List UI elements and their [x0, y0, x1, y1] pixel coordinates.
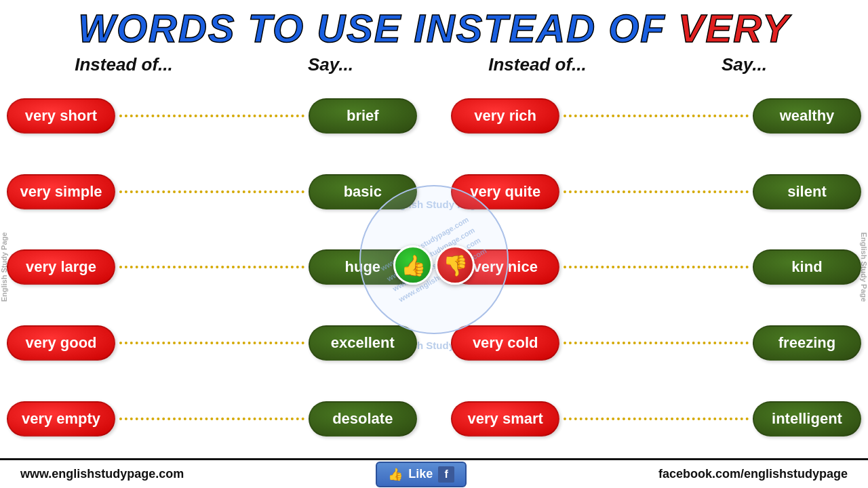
- right-row-3: very cold freezing: [451, 325, 861, 361]
- right-row-4: very smart intelligent: [451, 401, 861, 436]
- headers-row: Instead of... Say... Instead of... Say..…: [0, 53, 868, 77]
- right-instead-3: very cold: [451, 325, 559, 361]
- right-say-3: freezing: [753, 325, 861, 361]
- dotted-line-right-1: [564, 190, 749, 193]
- title-bar: WORDS TO USE INSTEAD OF VERY: [0, 0, 868, 53]
- left-row-4: very empty desolate: [7, 401, 417, 436]
- left-panel: very short brief very simple basic very …: [7, 77, 417, 458]
- left-say-4: desolate: [309, 401, 417, 436]
- right-row-0: very rich wealthy: [451, 98, 861, 134]
- left-say-0: brief: [309, 98, 417, 134]
- header-instead-of-2: Instead of...: [434, 54, 641, 75]
- header-say-1: Say...: [227, 54, 434, 75]
- dotted-line-right-4: [564, 418, 749, 420]
- right-say-0: wealthy: [753, 98, 861, 134]
- like-label: Like: [408, 467, 433, 481]
- like-button[interactable]: 👍 Like f: [376, 462, 467, 487]
- thumbs-down-icon: 👎: [435, 245, 475, 285]
- right-instead-0: very rich: [451, 98, 559, 134]
- title-part1: WORDS TO USE INSTEAD OF: [78, 6, 678, 50]
- footer: www.englishstudypage.com 👍 Like f facebo…: [0, 458, 868, 488]
- dotted-line-right-2: [564, 266, 749, 268]
- right-row-1: very quite silent: [451, 174, 861, 209]
- right-panel: very rich wealthy very quite silent very…: [451, 77, 861, 458]
- right-say-4: intelligent: [753, 401, 861, 436]
- header-say-2: Say...: [641, 54, 848, 75]
- header-instead-of-1: Instead of...: [20, 54, 227, 75]
- footer-facebook: facebook.com/englishstudypage: [658, 467, 848, 481]
- left-instead-2: very large: [7, 249, 115, 285]
- title-part2: VERY: [678, 6, 790, 50]
- dotted-line-right-3: [564, 342, 749, 344]
- thumbs-container: 👍 👎: [393, 245, 475, 285]
- dotted-line-left-2: [119, 266, 304, 268]
- footer-website: www.englishstudypage.com: [20, 467, 184, 481]
- left-instead-1: very simple: [7, 174, 115, 209]
- thumbs-up-icon: 👍: [393, 245, 433, 285]
- left-row-1: very simple basic: [7, 174, 417, 209]
- dotted-line-right-0: [564, 115, 749, 117]
- left-row-2: very large huge: [7, 249, 417, 285]
- dotted-line-left-4: [119, 418, 304, 420]
- right-row-2: very nice kind: [451, 249, 861, 285]
- right-say-1: silent: [753, 174, 861, 209]
- left-instead-0: very short: [7, 98, 115, 134]
- left-row-3: very good excellent: [7, 325, 417, 361]
- thumbs-up-small-icon: 👍: [388, 467, 403, 482]
- left-instead-3: very good: [7, 325, 115, 361]
- right-say-2: kind: [753, 249, 861, 285]
- dotted-line-left-1: [119, 190, 304, 193]
- left-say-3: excellent: [309, 325, 417, 361]
- main-container: WORDS TO USE INSTEAD OF VERY Instead of.…: [0, 0, 868, 488]
- left-row-0: very short brief: [7, 98, 417, 134]
- right-instead-4: very smart: [451, 401, 559, 436]
- facebook-icon: f: [438, 466, 454, 483]
- dotted-line-left-3: [119, 342, 304, 344]
- content-area: English Study Page English Study Page En…: [0, 77, 868, 458]
- dotted-line-left-0: [119, 115, 304, 117]
- page-title: WORDS TO USE INSTEAD OF VERY: [0, 7, 868, 50]
- left-instead-4: very empty: [7, 401, 115, 436]
